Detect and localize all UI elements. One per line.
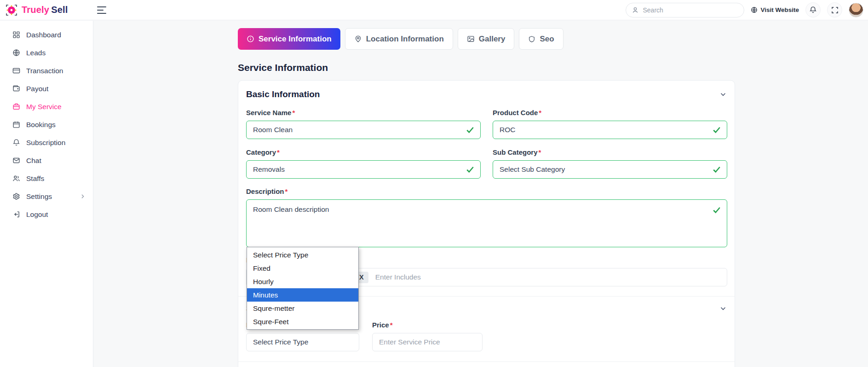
logout-icon (12, 210, 20, 218)
fullscreen-button[interactable] (827, 2, 842, 17)
brand-name: TruelySell (22, 5, 68, 15)
sidebar-item-logout[interactable]: Logout (0, 205, 93, 223)
dropdown-option[interactable]: Select Price Type (247, 248, 358, 262)
main-area: Service Information Location Information… (94, 21, 868, 367)
dropdown-option[interactable]: Squre-Feet (247, 315, 358, 328)
category-label: Category (246, 148, 276, 156)
valid-check-icon (466, 166, 474, 173)
map-pin-icon (354, 35, 362, 43)
bell-icon (809, 6, 817, 14)
sidebar-item-payout[interactable]: Payout (0, 80, 93, 98)
bell-icon (12, 139, 20, 146)
shield-icon (528, 35, 535, 43)
dropdown-option[interactable]: Fixed (247, 262, 358, 275)
product-code-input[interactable]: ROC (493, 121, 727, 139)
image-icon (467, 35, 475, 43)
fullscreen-icon (831, 6, 839, 14)
price-field-group: Price* Enter Service Price (372, 321, 483, 351)
sidebar-item-my-service[interactable]: My Service (0, 98, 93, 116)
includes-placeholder: Enter Includes (375, 273, 421, 281)
category-select[interactable]: Removals (246, 160, 481, 179)
briefcase-icon (12, 103, 20, 111)
users-icon (12, 175, 20, 182)
valid-check-icon (713, 166, 721, 173)
collapse-basic-information-button[interactable] (719, 90, 727, 99)
brand-target-icon (6, 4, 17, 16)
sub-category-label: Sub Category (493, 148, 538, 156)
description-field-group: Description* Room Clean description (246, 187, 727, 247)
service-name-field-group: Service Name* Room Clean (246, 109, 481, 139)
globe-icon (12, 49, 20, 57)
valid-check-icon (713, 207, 721, 214)
search-user-icon (632, 6, 639, 14)
sidebar-toggle-icon[interactable] (97, 6, 107, 14)
sidebar-item-transaction[interactable]: Transaction (0, 62, 93, 80)
sub-category-field-group: Sub Category* Select Sub Category (493, 148, 727, 179)
chip-remove-icon[interactable]: X (359, 274, 364, 281)
description-textarea[interactable]: Room Clean description (246, 199, 727, 247)
mail-icon (12, 157, 20, 164)
chevron-right-icon (80, 193, 86, 199)
avatar[interactable] (849, 3, 863, 17)
sidebar-item-chat[interactable]: Chat (0, 151, 93, 169)
description-label: Description (246, 187, 284, 195)
dropdown-option[interactable]: Squre-metter (247, 302, 358, 315)
form-tabs: Service Information Location Information… (238, 28, 735, 50)
wallet-icon (12, 85, 20, 93)
basic-information-title: Basic Information (246, 89, 320, 99)
sidebar-item-subscription[interactable]: Subscription (0, 134, 93, 151)
page-title: Service Information (238, 62, 735, 73)
sidebar-item-leads[interactable]: Leads (0, 44, 93, 62)
valid-check-icon (466, 127, 474, 134)
sidebar-item-dashboard[interactable]: Dashboard (0, 26, 93, 44)
dropdown-option[interactable]: Hourly (247, 275, 358, 288)
top-header: TruelySell Visit Website (0, 0, 868, 20)
sidebar: Dashboard Leads Transaction Payout My Se… (0, 21, 93, 367)
collapse-service-price-button[interactable] (719, 304, 727, 313)
header-search[interactable] (626, 3, 744, 17)
sidebar-item-bookings[interactable]: Bookings (0, 116, 93, 134)
visit-website-link[interactable]: Visit Website (751, 6, 799, 13)
info-icon (247, 35, 254, 43)
search-input[interactable] (643, 6, 738, 14)
credit-card-icon (12, 67, 20, 75)
product-code-field-group: Product Code* ROC (493, 109, 727, 139)
tab-service-information[interactable]: Service Information (238, 28, 340, 50)
valid-check-icon (713, 127, 721, 134)
sub-category-select[interactable]: Select Sub Category (493, 160, 727, 179)
dropdown-option-highlighted[interactable]: Minutes (247, 288, 358, 302)
price-label: Price (372, 321, 389, 329)
price-type-dropdown-list: Select Price Type Fixed Hourly Minutes S… (247, 247, 359, 330)
tab-gallery[interactable]: Gallery (458, 28, 515, 50)
notifications-button[interactable] (805, 2, 821, 17)
price-type-select[interactable]: Select Price Type (246, 333, 359, 351)
service-name-input[interactable]: Room Clean (246, 121, 481, 139)
product-code-label: Product Code (493, 109, 538, 117)
brand-logo[interactable]: TruelySell (0, 4, 93, 16)
tab-seo[interactable]: Seo (519, 28, 563, 50)
calendar-icon (12, 121, 20, 128)
tab-location-information[interactable]: Location Information (345, 28, 453, 50)
gear-icon (12, 192, 20, 200)
price-input[interactable]: Enter Service Price (372, 333, 483, 351)
globe-icon (751, 6, 758, 13)
sidebar-item-settings[interactable]: Settings (0, 187, 93, 205)
sidebar-item-staffs[interactable]: Staffs (0, 169, 93, 187)
service-name-label: Service Name (246, 109, 291, 117)
category-field-group: Category* Removals (246, 148, 481, 179)
grid-icon (12, 31, 20, 39)
